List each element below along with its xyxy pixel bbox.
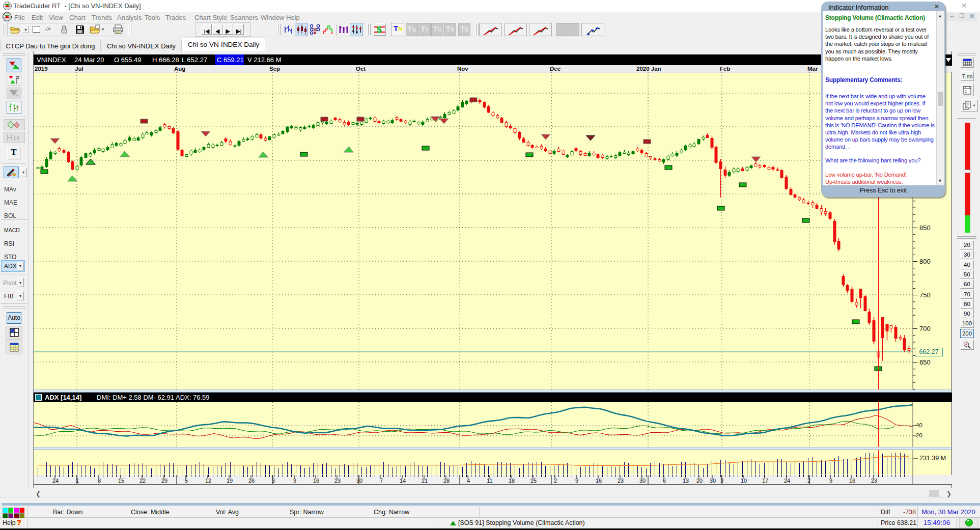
svg-text:1: 1 (965, 89, 967, 94)
